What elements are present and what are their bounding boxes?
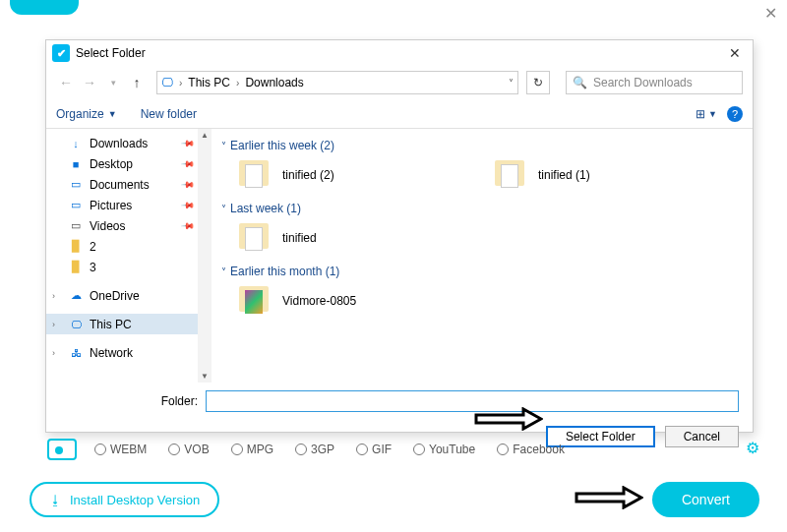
radio-icon (231, 443, 243, 455)
folder-item[interactable]: tinified (237, 221, 434, 255)
folder-icon (237, 158, 272, 192)
settings-icon[interactable]: ⚙ (746, 439, 759, 457)
sidebar-item-label: Desktop (90, 157, 133, 171)
back-button[interactable]: ← (56, 73, 76, 92)
format-option-3gp[interactable]: 3GP (295, 443, 334, 456)
sidebar-item-label: OneDrive (90, 289, 140, 303)
organize-menu[interactable]: Organize ▼ (56, 107, 117, 121)
help-icon[interactable]: ? (727, 106, 743, 122)
group-title: Earlier this month (1) (230, 265, 339, 278)
chevron-right-icon: › (52, 348, 55, 358)
breadcrumb-current[interactable]: Downloads (245, 76, 303, 89)
recent-dropdown[interactable]: ▾ (103, 73, 123, 92)
folder-icon: ▉ (68, 261, 84, 274)
format-label: GIF (372, 443, 392, 456)
format-label: WEBM (110, 443, 147, 456)
folder-input[interactable] (206, 390, 739, 412)
format-option-vob[interactable]: VOB (168, 443, 209, 456)
pics-icon: ▭ (68, 199, 84, 212)
new-folder-button[interactable]: New folder (141, 107, 197, 121)
sidebar-item-desktop[interactable]: ■Desktop📌 (46, 153, 212, 174)
pc-icon: 🖵 (161, 76, 173, 89)
sidebar-item-documents[interactable]: ▭Documents📌 (46, 174, 212, 195)
desk-icon: ■ (68, 157, 84, 171)
sidebar-item-videos[interactable]: ▭Videos📌 (46, 215, 212, 236)
net-icon: 🖧 (68, 346, 84, 360)
sidebar-item-label: Videos (90, 219, 125, 233)
close-icon[interactable]: ✕ (723, 43, 747, 63)
new-folder-label: New folder (141, 107, 197, 121)
radio-icon (497, 443, 509, 455)
up-button[interactable]: ↑ (127, 73, 147, 92)
sidebar-item-label: Documents (90, 178, 150, 192)
sidebar-item-pictures[interactable]: ▭Pictures📌 (46, 195, 212, 215)
chevron-right-icon: › (52, 320, 55, 329)
format-category-icon[interactable] (47, 439, 77, 460)
format-option-youtube[interactable]: YouTube (413, 443, 475, 456)
annotation-arrow (474, 407, 543, 431)
search-placeholder: Search Downloads (593, 76, 693, 89)
sidebar-item-label: Downloads (90, 137, 148, 150)
format-option-facebook[interactable]: Facebook (497, 443, 565, 456)
sidebar-item-downloads[interactable]: ↓Downloads📌 (46, 133, 212, 153)
cancel-button[interactable]: Cancel (665, 426, 739, 447)
sidebar-item-onedrive[interactable]: ›☁OneDrive (46, 285, 212, 306)
folder-name: tinified (282, 231, 317, 245)
group-header[interactable]: ˅Last week (1) (221, 202, 743, 215)
search-input[interactable]: 🔍 Search Downloads (566, 71, 743, 94)
folder-item[interactable]: tinified (1) (493, 158, 690, 192)
sidebar-item-network[interactable]: ›🖧Network (46, 342, 212, 363)
sidebar-scrollbar[interactable] (198, 129, 212, 383)
app-icon: ✔ (52, 44, 70, 62)
folder-label: Folder: (60, 394, 198, 408)
radio-icon (356, 443, 368, 455)
breadcrumb-root[interactable]: This PC (188, 76, 230, 89)
refresh-button[interactable]: ↻ (526, 71, 550, 94)
format-option-mpg[interactable]: MPG (231, 443, 273, 456)
address-bar[interactable]: 🖵 › This PC › Downloads ˅ (156, 71, 518, 94)
folder-item[interactable]: tinified (2) (237, 158, 434, 192)
vids-icon: ▭ (68, 219, 84, 233)
address-dropdown-icon[interactable]: ˅ (509, 78, 514, 89)
chevron-down-icon: ▼ (708, 109, 717, 119)
pin-icon: 📌 (181, 156, 196, 171)
pin-icon: 📌 (181, 198, 196, 212)
radio-icon (94, 443, 106, 455)
format-option-gif[interactable]: GIF (356, 443, 392, 456)
dl-icon: ↓ (68, 137, 84, 150)
radio-icon (413, 443, 425, 455)
sidebar-item-this-pc[interactable]: ›🖵This PC (46, 314, 212, 334)
view-mode-button[interactable]: ⊞ ▼ (696, 107, 717, 121)
pin-icon: 📌 (181, 136, 196, 150)
format-label: Facebook (513, 443, 565, 456)
group-header[interactable]: ˅Earlier this week (2) (221, 139, 743, 152)
sidebar-item-label: This PC (90, 318, 132, 331)
organize-label: Organize (56, 107, 104, 121)
format-label: YouTube (429, 443, 475, 456)
sidebar: ↓Downloads📌■Desktop📌▭Documents📌▭Pictures… (46, 129, 212, 383)
chevron-right-icon: › (236, 78, 239, 89)
sidebar-item-3[interactable]: ▉3 (46, 257, 212, 277)
chevron-right-icon: › (52, 291, 55, 301)
install-desktop-button[interactable]: ⭳ Install Desktop Version (30, 482, 219, 517)
format-options-row: WEBMVOBMPG3GPGIFYouTubeFacebook (47, 439, 565, 460)
chevron-right-icon: › (179, 78, 182, 89)
sidebar-item-2[interactable]: ▉2 (46, 236, 212, 257)
group-header[interactable]: ˅Earlier this month (1) (221, 265, 743, 278)
onedrive-icon: ☁ (68, 289, 84, 303)
select-folder-dialog: ✔ Select Folder ✕ ← → ▾ ↑ 🖵 › This PC › … (45, 39, 754, 433)
format-label: MPG (247, 443, 273, 456)
folder-icon (237, 221, 272, 255)
chevron-down-icon: ˅ (221, 266, 226, 277)
folder-name: tinified (1) (538, 168, 590, 182)
background-top-pill (10, 0, 79, 15)
nav-row: ← → ▾ ↑ 🖵 › This PC › Downloads ˅ ↻ 🔍 Se… (46, 66, 753, 99)
folder-item[interactable]: Vidmore-0805 (237, 284, 434, 318)
sidebar-item-label: Network (90, 346, 133, 360)
radio-icon (168, 443, 180, 455)
search-icon: 🔍 (573, 76, 587, 89)
convert-button[interactable]: Convert (652, 482, 759, 517)
background-close-icon[interactable]: ✕ (764, 4, 777, 23)
radio-icon (295, 443, 307, 455)
format-option-webm[interactable]: WEBM (94, 443, 147, 456)
